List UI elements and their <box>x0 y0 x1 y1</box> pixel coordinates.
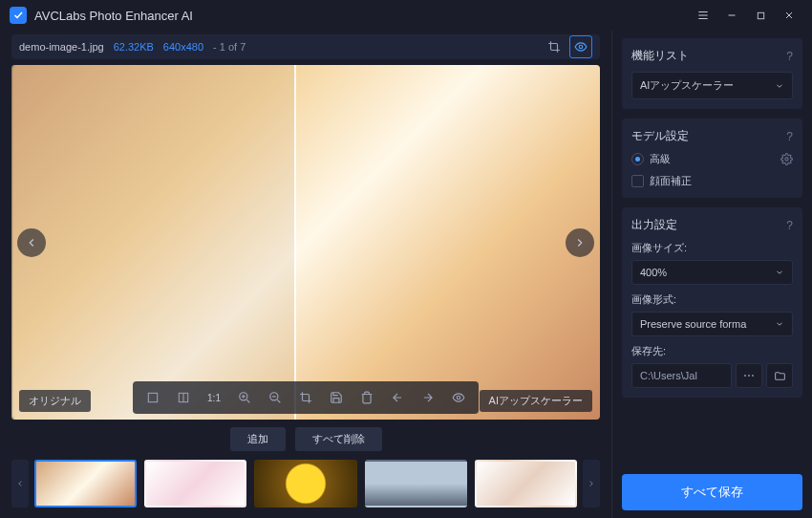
prev-image-button[interactable] <box>17 228 46 257</box>
help-icon[interactable]: ? <box>786 50 793 63</box>
delete-icon[interactable] <box>354 385 379 410</box>
thumbnail-5[interactable] <box>475 460 577 507</box>
help-icon[interactable]: ? <box>786 130 793 143</box>
thumbnail-4[interactable] <box>365 460 467 507</box>
format-label: 画像形式: <box>631 292 793 307</box>
thumbs-prev[interactable] <box>11 460 29 507</box>
size-label: 画像サイズ: <box>631 241 793 255</box>
model-section: モデル設定 ? 高級 顔面補正 <box>622 119 802 198</box>
info-bar: demo-image-1.jpg 62.32KB 640x480 - 1 of … <box>11 34 600 59</box>
undo-icon[interactable] <box>385 385 410 410</box>
zoom-out-icon[interactable] <box>263 385 288 410</box>
svg-point-6 <box>457 396 460 399</box>
filesize: 62.32KB <box>114 41 154 53</box>
checkbox-unchecked-icon <box>631 175 644 187</box>
format-dropdown[interactable]: Preserve source forma <box>631 312 793 336</box>
mode-label: AIアップスケーラー <box>480 390 592 412</box>
preview-icon[interactable] <box>569 35 592 58</box>
zoom-1to1-icon[interactable]: 1:1 <box>202 385 226 410</box>
chevron-down-icon <box>775 81 784 91</box>
feature-selected: AIアップスケーラー <box>640 78 734 93</box>
face-refine-label: 顔面補正 <box>650 174 692 188</box>
eye-icon[interactable] <box>446 385 471 410</box>
view-single-icon[interactable] <box>140 385 165 410</box>
file-info: demo-image-1.jpg 62.32KB 640x480 - 1 of … <box>19 41 246 53</box>
titlebar-left: AVCLabs Photo Enhancer AI <box>10 7 193 24</box>
preview-toolbar: 1:1 <box>133 381 479 414</box>
dimensions: 640x480 <box>163 41 203 53</box>
path-more-button[interactable]: ⋯ <box>736 363 762 388</box>
features-section: 機能リスト ? AIアップスケーラー <box>622 38 802 109</box>
close-button[interactable] <box>776 2 802 29</box>
advanced-label: 高級 <box>650 152 671 166</box>
thumbnails-row <box>11 457 600 510</box>
window-controls <box>690 2 802 29</box>
view-split-icon[interactable] <box>171 385 196 410</box>
model-title: モデル設定 <box>631 128 689 144</box>
chevron-down-icon <box>775 268 784 277</box>
thumbnail-3[interactable] <box>254 460 356 507</box>
advanced-option[interactable]: 高級 <box>631 152 793 166</box>
app-logo <box>10 7 27 24</box>
menu-button[interactable] <box>690 2 716 29</box>
crop-icon[interactable] <box>543 35 566 58</box>
delete-all-button[interactable]: すべて削除 <box>295 427 382 451</box>
svg-rect-0 <box>758 12 763 18</box>
minimize-button[interactable] <box>718 2 745 29</box>
path-label: 保存先: <box>631 344 793 358</box>
action-row: 追加 すべて削除 <box>11 420 600 457</box>
redo-icon[interactable] <box>416 385 440 410</box>
chevron-down-icon <box>775 319 784 329</box>
save-single-icon[interactable] <box>324 385 349 410</box>
preview-image <box>11 65 600 420</box>
titlebar: AVCLabs Photo Enhancer AI <box>0 0 812 31</box>
thumbnail-2[interactable] <box>144 460 246 507</box>
app-title: AVCLabs Photo Enhancer AI <box>34 9 193 23</box>
counter: - 1 of 7 <box>213 41 246 53</box>
add-button[interactable]: 追加 <box>230 427 286 451</box>
original-label: オリジナル <box>19 390 91 412</box>
face-refine-option[interactable]: 顔面補正 <box>631 174 793 188</box>
crop-tool-icon[interactable] <box>293 385 318 410</box>
zoom-in-icon[interactable] <box>232 385 257 410</box>
right-panel: 機能リスト ? AIアップスケーラー モデル設定 ? 高級 顔面補正 <box>611 31 812 518</box>
help-icon[interactable]: ? <box>786 219 793 232</box>
size-value: 400% <box>640 267 667 278</box>
output-section: 出力設定 ? 画像サイズ: 400% 画像形式: Preserve source… <box>622 207 802 398</box>
thumbs-next[interactable] <box>583 460 600 507</box>
svg-point-1 <box>579 45 583 49</box>
open-folder-button[interactable] <box>766 363 793 388</box>
save-all-button[interactable]: すべて保存 <box>622 474 802 510</box>
path-input[interactable]: C:\Users\Jal <box>631 363 732 388</box>
svg-rect-2 <box>148 393 157 401</box>
radio-checked-icon <box>631 153 644 165</box>
original-side <box>11 65 294 420</box>
maximize-button[interactable] <box>747 2 774 29</box>
next-image-button[interactable] <box>566 228 594 257</box>
preview-area: オリジナル AIアップスケーラー 1:1 <box>11 65 600 420</box>
size-dropdown[interactable]: 400% <box>631 260 793 285</box>
features-title: 機能リスト <box>631 48 689 64</box>
format-value: Preserve source forma <box>640 318 746 330</box>
svg-point-7 <box>785 158 788 161</box>
output-title: 出力設定 <box>631 217 677 233</box>
thumbnail-1[interactable] <box>34 460 137 507</box>
feature-dropdown[interactable]: AIアップスケーラー <box>631 72 793 99</box>
gear-icon[interactable] <box>780 153 793 165</box>
left-panel: demo-image-1.jpg 62.32KB 640x480 - 1 of … <box>0 31 611 518</box>
comparison-slider[interactable] <box>294 65 296 420</box>
filename: demo-image-1.jpg <box>19 41 104 53</box>
